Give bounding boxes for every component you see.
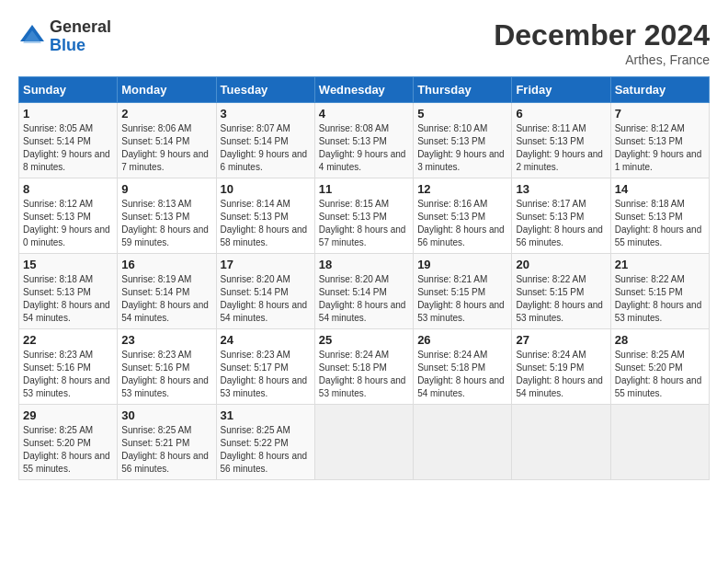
day-detail: Sunrise: 8:18 AMSunset: 5:13 PMDaylight:…	[615, 199, 702, 247]
table-row: 31 Sunrise: 8:25 AMSunset: 5:22 PMDaylig…	[216, 405, 314, 480]
header-friday: Friday	[512, 77, 610, 103]
day-number: 25	[319, 333, 409, 347]
logo-icon	[18, 23, 46, 51]
day-number: 12	[417, 182, 507, 196]
day-detail: Sunrise: 8:19 AMSunset: 5:14 PMDaylight:…	[121, 274, 209, 323]
calendar-table: Sunday Monday Tuesday Wednesday Thursday…	[18, 76, 710, 480]
calendar-row: 22 Sunrise: 8:23 AMSunset: 5:16 PMDaylig…	[19, 329, 710, 405]
day-number: 13	[516, 182, 606, 196]
day-number: 18	[319, 258, 409, 271]
header-monday: Monday	[118, 77, 216, 103]
logo: General Blue	[18, 18, 111, 55]
table-row: 7 Sunrise: 8:12 AMSunset: 5:13 PMDayligh…	[610, 103, 709, 178]
day-detail: Sunrise: 8:23 AMSunset: 5:17 PMDaylight:…	[221, 350, 308, 398]
day-detail: Sunrise: 8:11 AMSunset: 5:13 PMDaylight:…	[516, 123, 603, 172]
day-detail: Sunrise: 8:25 AMSunset: 5:21 PMDaylight:…	[121, 425, 209, 474]
table-row: 14 Sunrise: 8:18 AMSunset: 5:13 PMDaylig…	[610, 178, 709, 254]
table-row: 28 Sunrise: 8:25 AMSunset: 5:20 PMDaylig…	[610, 329, 709, 405]
day-number: 23	[121, 333, 211, 347]
day-detail: Sunrise: 8:23 AMSunset: 5:16 PMDaylight:…	[121, 350, 209, 398]
day-number: 11	[319, 182, 409, 196]
table-row: 17 Sunrise: 8:20 AMSunset: 5:14 PMDaylig…	[216, 254, 314, 329]
day-number: 17	[221, 258, 311, 271]
day-detail: Sunrise: 8:13 AMSunset: 5:13 PMDaylight:…	[121, 199, 209, 247]
day-detail: Sunrise: 8:18 AMSunset: 5:13 PMDaylight:…	[23, 274, 110, 323]
table-row: 8 Sunrise: 8:12 AMSunset: 5:13 PMDayligh…	[19, 178, 118, 254]
header-saturday: Saturday	[610, 77, 709, 103]
table-row: 16 Sunrise: 8:19 AMSunset: 5:14 PMDaylig…	[118, 254, 216, 329]
table-row: 20 Sunrise: 8:22 AMSunset: 5:15 PMDaylig…	[512, 254, 610, 329]
day-number: 21	[615, 258, 705, 271]
day-detail: Sunrise: 8:20 AMSunset: 5:14 PMDaylight:…	[221, 274, 308, 323]
day-detail: Sunrise: 8:15 AMSunset: 5:13 PMDaylight:…	[319, 199, 406, 247]
table-row: 23 Sunrise: 8:23 AMSunset: 5:16 PMDaylig…	[118, 329, 216, 405]
table-row: 27 Sunrise: 8:24 AMSunset: 5:19 PMDaylig…	[512, 329, 610, 405]
day-headers: Sunday Monday Tuesday Wednesday Thursday…	[19, 77, 710, 103]
month-title: December 2024	[494, 18, 710, 52]
day-detail: Sunrise: 8:25 AMSunset: 5:20 PMDaylight:…	[615, 350, 702, 398]
table-row	[512, 405, 610, 480]
day-number: 3	[221, 107, 311, 121]
day-number: 4	[319, 107, 409, 121]
table-row: 1 Sunrise: 8:05 AMSunset: 5:14 PMDayligh…	[19, 103, 118, 178]
day-number: 31	[221, 408, 311, 422]
table-row: 2 Sunrise: 8:06 AMSunset: 5:14 PMDayligh…	[118, 103, 216, 178]
day-detail: Sunrise: 8:23 AMSunset: 5:16 PMDaylight:…	[23, 350, 110, 398]
table-row: 18 Sunrise: 8:20 AMSunset: 5:14 PMDaylig…	[314, 254, 413, 329]
day-detail: Sunrise: 8:12 AMSunset: 5:13 PMDaylight:…	[23, 199, 110, 247]
table-row: 11 Sunrise: 8:15 AMSunset: 5:13 PMDaylig…	[314, 178, 413, 254]
location: Arthes, France	[494, 52, 710, 67]
day-number: 20	[516, 258, 606, 271]
day-number: 1	[23, 107, 113, 121]
table-row: 12 Sunrise: 8:16 AMSunset: 5:13 PMDaylig…	[414, 178, 512, 254]
day-detail: Sunrise: 8:24 AMSunset: 5:18 PMDaylight:…	[319, 350, 406, 398]
day-detail: Sunrise: 8:12 AMSunset: 5:13 PMDaylight:…	[615, 123, 702, 172]
header-wednesday: Wednesday	[314, 77, 413, 103]
table-row: 24 Sunrise: 8:23 AMSunset: 5:17 PMDaylig…	[216, 329, 314, 405]
day-detail: Sunrise: 8:06 AMSunset: 5:14 PMDaylight:…	[121, 123, 209, 172]
day-detail: Sunrise: 8:17 AMSunset: 5:13 PMDaylight:…	[516, 199, 603, 247]
day-detail: Sunrise: 8:25 AMSunset: 5:22 PMDaylight:…	[221, 425, 308, 474]
day-number: 16	[121, 258, 211, 271]
day-number: 8	[23, 182, 113, 196]
header-sunday: Sunday	[19, 77, 118, 103]
calendar-row: 1 Sunrise: 8:05 AMSunset: 5:14 PMDayligh…	[19, 103, 710, 178]
day-number: 26	[417, 333, 507, 347]
table-row: 21 Sunrise: 8:22 AMSunset: 5:15 PMDaylig…	[610, 254, 709, 329]
table-row: 13 Sunrise: 8:17 AMSunset: 5:13 PMDaylig…	[512, 178, 610, 254]
calendar-row: 15 Sunrise: 8:18 AMSunset: 5:13 PMDaylig…	[19, 254, 710, 329]
table-row: 4 Sunrise: 8:08 AMSunset: 5:13 PMDayligh…	[314, 103, 413, 178]
day-detail: Sunrise: 8:24 AMSunset: 5:18 PMDaylight:…	[417, 350, 505, 398]
table-row: 22 Sunrise: 8:23 AMSunset: 5:16 PMDaylig…	[19, 329, 118, 405]
day-detail: Sunrise: 8:22 AMSunset: 5:15 PMDaylight:…	[516, 274, 603, 323]
day-detail: Sunrise: 8:24 AMSunset: 5:19 PMDaylight:…	[516, 350, 603, 398]
day-number: 29	[23, 408, 113, 422]
table-row	[314, 405, 413, 480]
day-detail: Sunrise: 8:05 AMSunset: 5:14 PMDaylight:…	[23, 123, 110, 172]
day-number: 7	[615, 107, 705, 121]
day-detail: Sunrise: 8:16 AMSunset: 5:13 PMDaylight:…	[417, 199, 505, 247]
header-thursday: Thursday	[414, 77, 512, 103]
header-tuesday: Tuesday	[216, 77, 314, 103]
day-number: 27	[516, 333, 606, 347]
logo-general: General	[50, 18, 111, 37]
day-number: 15	[23, 258, 113, 271]
table-row	[414, 405, 512, 480]
logo-blue: Blue	[50, 37, 111, 55]
day-number: 30	[121, 408, 211, 422]
day-number: 28	[615, 333, 705, 347]
day-number: 5	[417, 107, 507, 121]
table-row: 3 Sunrise: 8:07 AMSunset: 5:14 PMDayligh…	[216, 103, 314, 178]
table-row: 19 Sunrise: 8:21 AMSunset: 5:15 PMDaylig…	[414, 254, 512, 329]
table-row: 29 Sunrise: 8:25 AMSunset: 5:20 PMDaylig…	[19, 405, 118, 480]
day-number: 10	[221, 182, 311, 196]
day-detail: Sunrise: 8:21 AMSunset: 5:15 PMDaylight:…	[417, 274, 505, 323]
day-detail: Sunrise: 8:20 AMSunset: 5:14 PMDaylight:…	[319, 274, 406, 323]
table-row: 15 Sunrise: 8:18 AMSunset: 5:13 PMDaylig…	[19, 254, 118, 329]
day-number: 2	[121, 107, 211, 121]
day-number: 6	[516, 107, 606, 121]
calendar-row: 29 Sunrise: 8:25 AMSunset: 5:20 PMDaylig…	[19, 405, 710, 480]
table-row: 30 Sunrise: 8:25 AMSunset: 5:21 PMDaylig…	[118, 405, 216, 480]
day-number: 22	[23, 333, 113, 347]
day-number: 19	[417, 258, 507, 271]
